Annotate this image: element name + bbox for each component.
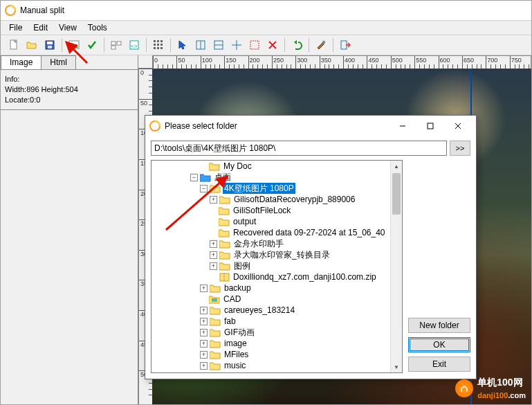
svg-rect-4 [48, 46, 52, 48]
tree-expander-icon[interactable]: + [210, 251, 217, 259]
scroll-up-icon[interactable]: ▲ [391, 161, 402, 172]
tree-node[interactable]: +fab [152, 316, 402, 327]
new-file-button[interactable] [6, 37, 22, 53]
folder-icon [210, 327, 221, 337]
tab-html[interactable]: Html [41, 55, 76, 69]
tree-node[interactable]: +GilisoftDataRecoverypjb_889006 [152, 194, 402, 205]
exit-button[interactable]: Exit [408, 357, 470, 372]
svg-rect-17 [160, 44, 163, 46]
tree-node-label: GIF动画 [223, 327, 256, 338]
apply-button[interactable] [84, 37, 100, 53]
tree-node[interactable]: CAD [152, 294, 402, 305]
tree-expander-icon[interactable]: + [210, 240, 217, 248]
tree-node-label: 金舟水印助手 [232, 238, 285, 249]
tree-node[interactable]: +backup [152, 282, 402, 294]
undo-button[interactable] [288, 37, 305, 53]
app-icon [5, 5, 16, 16]
menu-view[interactable]: View [53, 21, 82, 34]
tree-node[interactable]: +金舟水印助手 [152, 238, 402, 249]
svg-rect-3 [47, 42, 53, 44]
tree-node[interactable]: output [152, 216, 402, 227]
tree-expander-icon[interactable]: + [200, 362, 208, 370]
svg-rect-20 [160, 47, 163, 49]
scroll-down-icon[interactable]: ▼ [391, 361, 402, 372]
svg-rect-27 [250, 41, 259, 49]
tree-expander-icon[interactable]: + [200, 307, 208, 314]
svg-rect-12 [154, 40, 156, 42]
watermark: 单机100网 danji100.com [455, 377, 526, 400]
image-button[interactable] [66, 37, 82, 53]
folder-icon [219, 206, 230, 215]
tree-expander-icon[interactable]: + [200, 351, 208, 359]
tab-image[interactable]: Image [1, 55, 42, 69]
grid-button[interactable] [150, 37, 167, 53]
tabstrip: Image Html [1, 55, 138, 70]
tree-node[interactable]: +careueyes_183214 [152, 305, 402, 316]
folder-icon [210, 283, 221, 293]
folder-tree[interactable]: My Doc−桌面−4K壁纸图片 1080P+GilisoftDataRecov… [151, 160, 403, 373]
window-title: Manual split [20, 6, 527, 15]
folder-blue-icon [200, 172, 211, 182]
tree-node[interactable]: +GIF动画 [152, 327, 402, 338]
tree-scrollbar[interactable]: ▲ ▼ [390, 161, 402, 372]
tree-node-label: Doxilliondq_xz7.com_danji100.com.zip [232, 271, 378, 282]
toolbar-separator [104, 38, 104, 52]
menu-tools[interactable]: Tools [82, 21, 113, 34]
pointer-button[interactable] [174, 37, 191, 53]
tree-expander-icon[interactable]: − [190, 174, 198, 181]
tree-node[interactable]: +MFiles [152, 349, 402, 360]
svg-rect-13 [157, 40, 159, 42]
toolbar: <> [1, 35, 531, 55]
tree-node[interactable]: My Doc [152, 161, 402, 172]
toolbar-separator [170, 38, 171, 52]
tree-node[interactable]: −4K壁纸图片 1080P [152, 183, 402, 194]
close-button[interactable] [444, 117, 472, 135]
tree-expander-icon[interactable]: + [200, 285, 208, 292]
region-button[interactable] [246, 37, 263, 53]
menu-file[interactable]: File [3, 21, 28, 34]
gallery-button[interactable] [108, 37, 125, 53]
save-button[interactable] [42, 37, 58, 53]
watermark-text: 单机100网 danji100.com [477, 377, 526, 400]
tree-node[interactable]: +image [152, 338, 402, 349]
svg-rect-15 [154, 44, 156, 46]
tree-expander-icon[interactable]: − [200, 185, 208, 192]
cross-split-button[interactable] [228, 37, 245, 53]
info-heading: Info: [5, 74, 134, 84]
tree-node[interactable]: Doxilliondq_xz7.com_danji100.com.zip [152, 271, 402, 282]
svg-text:<>: <> [131, 43, 138, 49]
delete-button[interactable] [264, 37, 281, 53]
tree-expander-icon[interactable]: + [200, 340, 208, 348]
tree-node[interactable]: +图例 [152, 260, 402, 271]
ok-button[interactable]: OK [408, 337, 470, 352]
tree-node[interactable]: Recovered data 09-27-2024 at 15_06_40 [152, 227, 402, 238]
tree-expander-icon[interactable]: + [200, 329, 208, 336]
new-folder-button[interactable]: New folder [408, 318, 470, 333]
exit-button[interactable] [337, 37, 354, 53]
settings-button[interactable] [313, 37, 329, 53]
tree-node-label: Recovered data 09-27-2024 at 15_06_40 [232, 227, 387, 238]
info-dimensions: Width:896 Height:504 [5, 84, 134, 95]
open-folder-button[interactable] [24, 37, 40, 53]
dialog-titlebar[interactable]: Please select folder [145, 116, 476, 136]
folder-icon [219, 261, 230, 271]
tree-node[interactable]: +录大咖水印管家_转换目录 [152, 249, 402, 260]
tree-expander-icon[interactable]: + [210, 262, 217, 270]
scroll-thumb[interactable] [392, 173, 401, 215]
tree-expander-icon[interactable]: + [200, 318, 208, 325]
go-button[interactable]: >> [450, 141, 470, 156]
minimize-button[interactable] [389, 117, 416, 135]
svg-rect-29 [341, 41, 347, 49]
info-panel: Info: Width:896 Height:504 Locate:0:0 [1, 70, 138, 110]
path-input[interactable] [151, 141, 447, 156]
folder-icon [219, 239, 230, 249]
horizontal-split-button[interactable] [210, 37, 227, 53]
tree-expander-icon[interactable]: + [210, 196, 217, 204]
tree-node[interactable]: −桌面 [152, 172, 402, 183]
vertical-split-button[interactable] [192, 37, 209, 53]
menu-edit[interactable]: Edit [28, 21, 53, 34]
tree-node[interactable]: GiliSoftFileLock [152, 205, 402, 216]
html-button[interactable]: <> [126, 37, 143, 53]
tree-node[interactable]: +music [152, 360, 402, 371]
maximize-button[interactable] [416, 117, 444, 135]
